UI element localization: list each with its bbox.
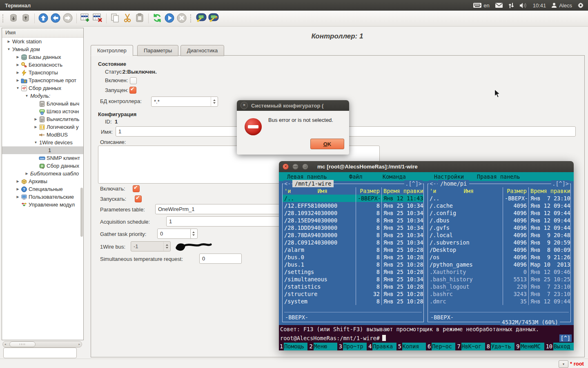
chevron-collapsed-icon[interactable]: ▶ (24, 172, 29, 175)
gear-icon[interactable] (577, 2, 584, 9)
minimize-icon[interactable]: — (292, 164, 298, 170)
nav-forward-button[interactable] (62, 12, 74, 25)
module-config-button[interactable] (195, 12, 207, 25)
tree-item-умный-дом[interactable]: ▼Умный дом (2, 45, 83, 53)
tree-item-модуль-[interactable]: ▼Модуль: (2, 92, 83, 100)
fkey-7[interactable]: 7НвК~ог (456, 343, 485, 350)
col-name-header[interactable]: 'иИмя (283, 187, 356, 195)
priority-spinner-arrows[interactable] (190, 229, 198, 239)
onewire-bus-spinner[interactable]: -1 (131, 241, 171, 251)
file-row[interactable]: /settings8Янв 25 10:28 (283, 268, 423, 276)
scroll-right-icon[interactable]: ▸ (78, 343, 80, 346)
chevron-expanded-icon[interactable]: ▼ (15, 86, 20, 90)
running-checkbox[interactable] (129, 87, 136, 94)
maximize-icon[interactable]: ❏ (302, 164, 308, 170)
file-row[interactable]: /..-ВВЕРХ-Янв 7 23:10 (428, 195, 570, 202)
tree-item-1[interactable]: 1 (2, 146, 83, 154)
stop-button[interactable] (176, 12, 188, 25)
file-row[interactable]: /.local4096Янв 9 20:48 (428, 231, 570, 239)
status-dropdown-button[interactable]: ▼ (559, 360, 568, 368)
file-row[interactable]: .Xauthority0Янв 12 09:46 (428, 268, 570, 276)
chevron-collapsed-icon[interactable]: ▶ (15, 71, 20, 74)
tab-контроллер[interactable]: Контроллер (91, 45, 133, 56)
file-row[interactable]: .bash_logout220Янв 7 23:10 (428, 283, 570, 290)
tab-параметры[interactable]: Параметры (137, 45, 178, 56)
file-row[interactable]: /structure32Янв 25 10:28 (283, 290, 423, 298)
priority-spinner[interactable]: 0 (157, 229, 192, 239)
tree-item-вычислитель[interactable]: ▶Вычислитель (2, 115, 83, 123)
file-row[interactable]: /system8Янв 25 10:28 (283, 298, 423, 305)
mail-icon[interactable] (495, 2, 503, 8)
file-row[interactable]: /28.1DDD940300008Янв 25 10:34 (283, 224, 423, 231)
close-icon[interactable]: ✕ (283, 164, 289, 170)
fkey-3[interactable]: 3Про~тр (338, 343, 367, 350)
simultaneous-input[interactable]: 0 (199, 254, 242, 264)
file-row[interactable]: /28.1093240300008Янв 25 10:34 (283, 209, 423, 217)
mc-left-panel[interactable]: <-.[^]>/mnt/1-wire'иИмяРазмерВремя правк… (282, 184, 424, 322)
network-icon[interactable] (508, 2, 514, 9)
chevron-collapsed-icon[interactable]: ▶ (6, 40, 11, 43)
tree-item-специальные[interactable]: ▶?Специальные (2, 185, 83, 193)
tree-item-сбор-данных[interactable]: Сбор данных (2, 162, 83, 170)
user-menu[interactable]: Alecs (551, 2, 572, 9)
fkey-2[interactable]: 2Меню (308, 343, 337, 350)
fkey-8[interactable]: 8Уда~ть (486, 343, 514, 350)
ok-button[interactable]: OK (310, 139, 344, 149)
tree-item-транспортные-прот[interactable]: ▶Транспортные прот (2, 76, 83, 84)
tree-item-modbus[interactable]: ModBUS (2, 131, 83, 139)
chevron-expanded-icon[interactable]: ▼ (24, 94, 29, 98)
dialog-titlebar[interactable]: ✕ Системный конфигуратор ( (237, 100, 349, 111)
tree-item-1wire-devices[interactable]: ▼1Wire devices (2, 139, 83, 146)
tree-item-шлюз-источн[interactable]: Шлюз источн (2, 108, 83, 115)
fkey-1[interactable]: 1Помощь (279, 343, 307, 350)
col-mtime-header[interactable]: Время правки (382, 187, 423, 195)
enabled-checkbox[interactable] (130, 77, 137, 84)
copy-button[interactable] (109, 12, 121, 25)
file-row[interactable]: .dmrc35Янв 12 09:44 (428, 298, 570, 305)
paste-button[interactable] (134, 12, 146, 25)
refresh-button[interactable] (151, 12, 163, 25)
file-row[interactable]: /.dbus4096Янв 12 09:44 (428, 217, 570, 224)
close-icon[interactable]: ✕ (241, 102, 248, 109)
file-row[interactable]: /bus.18Янв 25 10:28 (283, 261, 423, 268)
tree-column-header[interactable]: Имя (2, 28, 83, 38)
file-row[interactable]: /Desktop4096Янв 8 00:09 (428, 246, 570, 254)
fkey-10[interactable]: 10Выход (545, 343, 574, 350)
start-checkbox[interactable] (135, 195, 142, 202)
tree-item-snmp-клиент[interactable]: SNMPSNMP клиент (2, 154, 83, 162)
tree-item-сбор-данных[interactable]: ▼Сбор данных (2, 84, 83, 92)
col-name-header[interactable]: 'иИмя (428, 187, 503, 195)
fkey-9[interactable]: 9МенюМС (515, 343, 544, 350)
file-row[interactable]: /.cache4096Янв 12 09:44 (428, 202, 570, 209)
chevron-collapsed-icon[interactable]: ▶ (15, 187, 20, 191)
db-export-button[interactable] (7, 12, 20, 25)
file-row[interactable]: /.config4096Янв 12 09:44 (428, 209, 570, 217)
mc-menu-3[interactable]: Команда (383, 172, 406, 181)
mc-menu-2[interactable]: Файл (349, 172, 363, 181)
tree-item-блочный-выч[interactable]: Блочный выч (2, 100, 83, 108)
tree-item-базы-данных[interactable]: ▶Базы данных (2, 53, 83, 61)
tree-horizontal-scrollbar[interactable]: ◂ ▸ (2, 341, 82, 348)
file-row[interactable]: /..-ВВЕРХ-Янв 12 11:43 (283, 195, 423, 202)
file-row[interactable]: /statistics8Янв 25 10:28 (283, 283, 423, 290)
panel-header-row[interactable]: 'иИмяРазмерВремя правки (283, 187, 423, 195)
volume-icon[interactable] (519, 2, 528, 9)
chevron-collapsed-icon[interactable]: ▶ (15, 180, 20, 183)
file-row[interactable]: /bus.08Янв 25 10:28 (283, 254, 423, 261)
panel-header-row[interactable]: 'иИмяРазмерВремя правки (428, 187, 570, 195)
nav-back-button[interactable] (49, 12, 62, 25)
panel-path[interactable]: /mnt/1-wire (292, 180, 334, 187)
keyboard-indicator[interactable]: en (473, 2, 489, 9)
nav-up-button[interactable] (37, 12, 49, 25)
controller-db-spinner[interactable]: *.* (151, 96, 218, 107)
file-row[interactable]: /28.15ED940300008Янв 25 10:34 (283, 217, 423, 224)
file-row[interactable]: /.gvfs4096Янв 12 09:44 (428, 224, 570, 231)
file-row[interactable]: .bash_history5513Янв 25 10:25 (428, 276, 570, 283)
mc-command-line[interactable]: root@AlecsHomeRas:/mnt/1-wire#[^] (279, 334, 574, 343)
tree-filter-input[interactable] (3, 348, 77, 358)
col-size-header[interactable]: Размер (503, 187, 529, 195)
scroll-left-icon[interactable]: ◂ (4, 343, 6, 346)
file-row[interactable]: .bashrc3243Янв 7 23:10 (428, 290, 570, 298)
chevron-collapsed-icon[interactable]: ▶ (15, 79, 20, 82)
spinner-arrows-icon[interactable] (163, 242, 170, 251)
